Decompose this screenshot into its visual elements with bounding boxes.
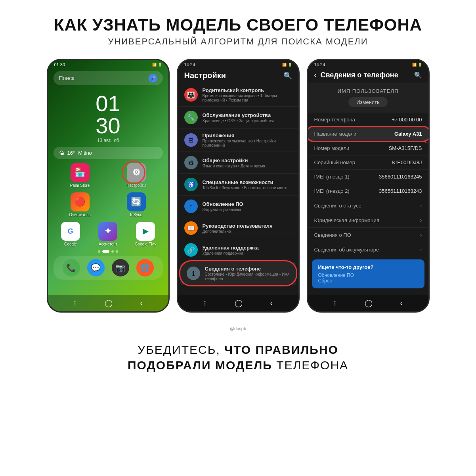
suggestion-title: Ищете что-то другое? [318,264,418,270]
phone3-wifi: 📶 [412,63,417,67]
battery-icon: 🔋 [158,63,162,67]
search-btn[interactable]: 🔍 [283,71,292,80]
update-icon: ↑ [184,200,198,213]
settings-app[interactable]: ⚙ Настройки [124,163,149,188]
parental-text: Родительский контроль Время использовани… [203,87,292,102]
weather-location: Mitino [78,150,92,156]
phone2-nav-home[interactable]: ◯ [235,299,243,307]
phone1-search-bar[interactable]: Поиск 🎤 [54,71,163,85]
general-icon: ⚙ [184,156,198,169]
phone-number-label: Номер телефона [314,117,355,123]
sw-label: Сведения о ПО [314,232,351,238]
dock-messages-icon[interactable]: 💬 [87,259,105,276]
phone3-nav-home[interactable]: ◯ [365,299,373,307]
footer-bold1: ЧТО ПРАВИЛЬНО [224,343,338,356]
about-sw[interactable]: Сведения о ПО › [308,228,428,242]
about-icon: ℹ [187,267,200,280]
suggestion-reset[interactable]: Сброс [318,278,418,284]
assistant-app[interactable]: ✦ Ассистент [96,222,120,246]
remote-icon: 🔗 [184,243,198,257]
settings-item-manual[interactable]: 📖 Руководство пользователя Дополнительно [178,217,298,239]
dock-camera-icon[interactable]: 📷 [112,259,129,276]
phone2: 14:24 📶 🔋 Настройки 🔍 👨‍👩‍👧 Родительский… [177,59,300,313]
palm-store-app[interactable]: 🏪 Palm Store [68,163,92,188]
manual-text: Руководство пользователя Дополнительно [203,223,292,234]
about-phone-sub: Состояние • Юридическая информация • Имя… [205,272,290,281]
legal-label: Юридическая информация [314,217,379,223]
phone3-status-bar: 14:24 📶 🔋 [308,60,428,68]
phone2-time: 14:24 [184,62,195,67]
maintenance-sub: Хранилище • ОЗУ • Защита устройства [203,119,292,123]
update-text: Обновление ПО Загрузка и установка [203,201,292,212]
settings-item-remote[interactable]: 🔗 Удаленная поддержка Удаленная поддержк… [178,239,298,261]
nav-menu-btn[interactable]: ⫶ [73,299,77,307]
dock-browser-icon[interactable]: 🌐 [136,259,154,276]
about-status-info[interactable]: Сведения о статусе › [308,198,428,213]
settings-item-apps[interactable]: ⊞ Приложения Приложения по умолчанию • Н… [178,129,298,152]
page-header: КАК УЗНАТЬ МОДЕЛЬ СВОЕГО ТЕЛЕФОНА УНИВЕР… [54,16,422,47]
phone3-status-icons: 📶 🔋 [412,62,422,67]
settings-item-update[interactable]: ↑ Обновление ПО Загрузка и установка [178,196,298,217]
about-imei2: IMEI (гнездо 2) 356561110168243 [308,184,428,198]
phone2-nav-menu[interactable]: ⫶ [203,299,207,307]
insync-label: InSync [130,213,142,217]
manual-title: Руководство пользователя [203,223,292,229]
nav-back-btn[interactable]: ‹ [140,299,143,307]
search-label: Поиск [59,75,75,81]
about-model-name: Название модели Galaxy A31 [308,127,428,141]
google-app[interactable]: G Google [58,222,83,246]
settings-label: Настройки [126,183,146,188]
about-header: ‹ Сведения о телефоне 🔍 [308,68,428,83]
footer-normal1: УБЕДИТЕСЬ, [138,343,224,356]
settings-item-parental[interactable]: 👨‍👩‍👧 Родительский контроль Время исполь… [178,83,298,107]
phone1-status-bar: 01:30 📶 🔋 [48,60,168,68]
watermark: @duspb [230,326,246,331]
change-button[interactable]: Изменить [348,97,388,107]
weather-temp: 16° [67,150,75,156]
dock-phone-icon[interactable]: 📞 [63,259,80,276]
parental-title: Родительский контроль [203,87,292,93]
google-play-label: Google Play [135,242,156,246]
dot1 [98,250,100,253]
phone-number-value: +7 000 00 00 [392,117,422,123]
phone1-status-icons: 📶 🔋 [152,62,162,67]
remote-title: Удаленная поддержка [203,245,292,251]
parental-sub: Время использования экрана • Таймеры при… [203,94,292,102]
about-legal[interactable]: Юридическая информация › [308,213,428,228]
mic-icon[interactable]: 🎤 [149,74,157,83]
settings-item-maintenance[interactable]: 🔧 Обслуживание устройства Хранилище • ОЗ… [178,107,298,129]
phone1-time: 01:30 [54,62,65,67]
palm-store-icon: 🏪 [71,163,90,182]
imei1-value: 356601110168245 [379,174,422,180]
google-label: Google [64,242,77,246]
back-button[interactable]: ‹ [314,71,317,79]
clock-date: 13 авг., сб [48,138,168,143]
maintenance-title: Обслуживание устройства [203,112,292,118]
imei2-value: 356561110168243 [379,188,422,194]
about-battery[interactable]: Сведения об аккумуляторе › [308,242,428,257]
maintenance-text: Обслуживание устройства Хранилище • ОЗУ … [203,112,292,123]
nav-home-btn[interactable]: ◯ [105,299,113,307]
remote-sub: Удаленная поддержка [203,251,292,255]
accessibility-text: Специальные возможности TalkBack • Звук … [203,179,292,190]
app-row-google: G Google ✦ Ассистент ▶ Google Play [48,219,168,249]
phone2-nav-back[interactable]: ‹ [270,299,273,307]
general-sub: Язык и клавиатура • Дата и время [203,164,292,168]
manual-sub: Дополнительно [203,229,292,234]
suggestion-update[interactable]: Обновление ПО [318,273,418,278]
phone3-nav-back[interactable]: ‹ [400,299,403,307]
settings-item-general[interactable]: ⚙ Общие настройки Язык и клавиатура • Да… [178,152,298,174]
google-play-app[interactable]: ▶ Google Play [133,222,158,246]
insync-app[interactable]: 🔄 InSync [124,192,149,217]
footer-line1: УБЕДИТЕСЬ, ЧТО ПРАВИЛЬНО [128,342,348,357]
phone1-content: 01:30 📶 🔋 Поиск 🎤 01 30 13 авг., сб [48,60,168,311]
phone3-nav-bar: ⫶ ◯ ‹ [308,295,428,311]
settings-item-accessibility[interactable]: ♿ Специальные возможности TalkBack • Зву… [178,174,298,196]
cleaner-app[interactable]: 🔴 Очиститель [68,192,92,217]
phone1-nav-bar: ⫶ ◯ ‹ [48,295,168,311]
footer-bold2: ПОДОБРАЛИ МОДЕЛЬ [128,359,276,372]
about-search-btn[interactable]: 🔍 [414,71,422,79]
phone3-nav-menu[interactable]: ⫶ [333,299,337,307]
about-imei1: IMEI (гнездо 1) 356601110168245 [308,170,428,184]
model-name-value: Galaxy A31 [394,131,422,137]
